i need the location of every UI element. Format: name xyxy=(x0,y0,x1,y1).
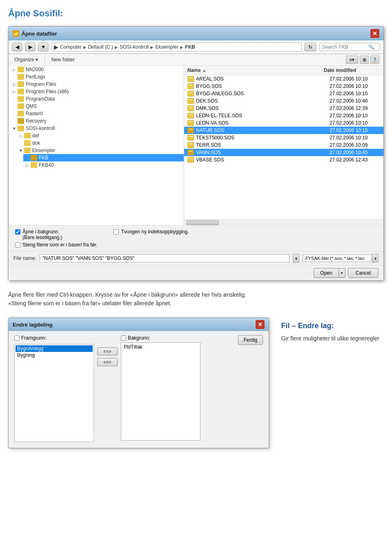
view-icons-button[interactable]: ⊞ xyxy=(360,56,369,64)
tree-item-qms[interactable]: QMS xyxy=(10,103,184,110)
framgrunn-list-item-bygning[interactable]: Bygning xyxy=(16,352,93,358)
move-right-button[interactable]: ==> xyxy=(97,347,118,356)
folder-icon-selected xyxy=(31,155,37,161)
dialog-close-button[interactable]: ✕ xyxy=(370,29,379,38)
filename-input[interactable] xyxy=(40,254,290,262)
tree-item-nn2000[interactable]: ▷ NN2000 xyxy=(10,66,184,73)
open-arrow-button[interactable]: ▾ xyxy=(339,268,345,278)
view-details-button[interactable]: ≡▾ xyxy=(346,56,358,64)
organize-button[interactable]: Organize ▾ xyxy=(13,56,40,63)
bakgrunn-checkbox-row[interactable]: Bakgrunn: xyxy=(121,335,236,341)
tree-item-sosikontroll[interactable]: ▼ SOSI-kontroll xyxy=(10,125,184,132)
file-icon xyxy=(187,113,194,119)
cancel-button[interactable]: Cancel xyxy=(348,268,379,278)
file-list[interactable]: AREAL.SOS 27.02.2006 10:10 BYGG.SOS 27.0… xyxy=(184,75,383,219)
close-files-checkbox[interactable] xyxy=(15,242,20,248)
breadcrumb-item-sosikontroll[interactable]: SOSI-kontroll xyxy=(120,44,149,50)
horizontal-scrollbar[interactable] xyxy=(184,219,383,225)
tree-item-programdata[interactable]: ProgramData xyxy=(10,95,184,103)
file-row-bygg-anlegg[interactable]: BYGG-ANLEGG.SOS 27.02.2006 10:10 xyxy=(184,90,383,97)
file-row-natur[interactable]: NATUR.SOS 27.02.2006 10:10 xyxy=(184,127,383,134)
filetype-dropdown-button[interactable]: ▾ xyxy=(372,254,379,263)
breadcrumb-bar[interactable]: ▶ Computer ▶ Default (C:) ▶ SOSI-kontrol… xyxy=(51,43,302,51)
file-cell-name: TEKST5000.SOS xyxy=(184,134,326,141)
breadcrumb-item-eksempler[interactable]: Eksempler xyxy=(155,44,178,50)
file-row-dmk[interactable]: DMK.SOS 27.02.2006 12:39 xyxy=(184,105,383,112)
close-files-label: Steng filene som er i basen fra før. xyxy=(22,242,97,248)
open-background-checkbox[interactable] xyxy=(15,229,20,235)
tree-label: PerfLogs xyxy=(26,74,45,80)
breadcrumb-item-drive[interactable]: Default (C:) xyxy=(88,44,113,50)
folder-icon xyxy=(18,103,24,109)
bakgrunn-list-item-pbltiltak[interactable]: PblTiltak xyxy=(122,344,199,350)
tree-label: NN2000 xyxy=(26,67,44,72)
file-row-areal[interactable]: AREAL.SOS 27.02.2006 10:10 xyxy=(184,75,383,83)
tree-item-recovery[interactable]: Recovery xyxy=(10,117,184,125)
forward-button[interactable]: ▶ xyxy=(25,43,36,51)
tree-label: ProgramData xyxy=(26,96,55,102)
forced-index-checkbox[interactable] xyxy=(114,229,119,235)
tree-item-perflogs[interactable]: PerfLogs xyxy=(10,73,184,81)
filename-dropdown-button[interactable]: ▾ xyxy=(293,254,299,263)
bakgrunn-checkbox[interactable] xyxy=(121,336,126,341)
search-input[interactable] xyxy=(322,44,367,50)
move-left-button[interactable]: <== xyxy=(97,358,118,366)
tree-item-programfiles[interactable]: ▷ Program Files xyxy=(10,81,184,88)
breadcrumb-item-fkb[interactable]: FKB xyxy=(185,44,195,50)
file-row-vann[interactable]: VANN.SOS 27.02.2006 10:45 xyxy=(184,149,383,156)
framgrunn-checkbox-row[interactable]: Framgrunn: xyxy=(14,335,94,341)
file-cell-date: 27.02.2006 10:10 xyxy=(326,90,383,97)
up-button[interactable]: ▼ xyxy=(38,43,49,51)
bakgrunn-listbox[interactable]: PblTiltak xyxy=(121,342,200,441)
tree-item-fkb[interactable]: FKB xyxy=(23,154,184,161)
file-row-terr[interactable]: TERR.SOS 27.02.2006 10:09 xyxy=(184,141,383,149)
file-row-vbase[interactable]: VBASE.SOS 27.02.2006 12:43 xyxy=(184,156,383,163)
file-cell-name: AREAL.SOS xyxy=(184,76,326,82)
file-name: DMK.SOS xyxy=(196,105,218,111)
new-folder-button[interactable]: New folder xyxy=(50,56,76,63)
col-name-label: Name xyxy=(187,67,201,73)
close-files-checkbox-row[interactable]: Steng filene som er i basen fra før. xyxy=(15,242,97,248)
help-button[interactable]: ? xyxy=(370,56,379,64)
tree-item-programfiles86[interactable]: ▷ Program Files (x86) xyxy=(10,88,184,95)
filetype-input[interactable] xyxy=(303,255,372,262)
bakgrunn-label: Bakgrunn: xyxy=(128,335,150,341)
breadcrumb-item-computer[interactable]: Computer xyxy=(60,44,82,50)
expand-icon: ▷ xyxy=(12,82,17,87)
lagdeling-close-button[interactable]: ✕ xyxy=(256,320,265,329)
expand-icon xyxy=(12,111,17,116)
col-name-header[interactable]: Name ▲ xyxy=(184,67,321,74)
col-date-header[interactable]: Date modified xyxy=(321,67,378,74)
file-row-tekst5000[interactable]: TEKST5000.SOS 27.02.2006 10:10 xyxy=(184,134,383,141)
tree-item-dok[interactable]: dok xyxy=(17,139,184,147)
tree-item-rasterii[interactable]: RasterII xyxy=(10,110,184,117)
h-scroll-thumb[interactable] xyxy=(186,220,219,225)
framgrunn-checkbox[interactable] xyxy=(14,336,20,341)
file-row-bygg[interactable]: BYGG.SOS 27.02.2006 10:10 xyxy=(184,83,383,90)
framgrunn-list-item-bygnanlegg[interactable]: BygnAnlegg xyxy=(16,345,93,352)
framgrunn-label: Framgrunn: xyxy=(21,335,47,341)
open-background-checkbox-row[interactable]: Åpne i bakgrunn. (Bare lesetilgang.) xyxy=(15,229,97,240)
file-row-dek[interactable]: DEK.SOS 27.02.2006 10:46 xyxy=(184,97,383,105)
organize-label: Organize xyxy=(14,57,34,63)
tree-item-def[interactable]: ▷ def xyxy=(17,132,184,139)
framgrunn-listbox[interactable]: BygnAnlegg Bygning xyxy=(14,344,94,442)
description-line2: «Steng filene som er i basen fra før» ut… xyxy=(8,299,384,308)
arrow-buttons: ==> <== xyxy=(97,347,118,366)
forced-index-checkbox-row[interactable]: Tvungen ny indeksoppbygging. xyxy=(114,229,189,235)
tree-label: Program Files xyxy=(26,81,56,87)
expand-icon: ▼ xyxy=(12,126,17,131)
refresh-button[interactable]: ↻ xyxy=(304,43,316,51)
folder-icon-locked xyxy=(18,118,24,124)
tree-item-eksempler[interactable]: ▼ Eksempler xyxy=(17,147,184,154)
file-cell-date: 27.02.2006 10:46 xyxy=(326,98,383,104)
open-button[interactable]: Open xyxy=(314,268,339,278)
filetype-select: ▾ xyxy=(303,254,379,263)
ferdig-button[interactable]: Ferdig xyxy=(238,335,263,345)
file-row-ledn-va[interactable]: LEDN-VA.SOS 27.02.2006 10:10 xyxy=(184,119,383,127)
file-icon xyxy=(187,150,194,155)
file-row-ledn-el[interactable]: LEDN-EL-TELE.SOS 27.02.2006 10:10 xyxy=(184,112,383,119)
tree-item-fkb40[interactable]: ▷ FKB40 xyxy=(23,161,184,169)
back-button[interactable]: ◀ xyxy=(12,43,22,51)
lagdeling-title-text: Endre lagdeling xyxy=(13,322,53,328)
